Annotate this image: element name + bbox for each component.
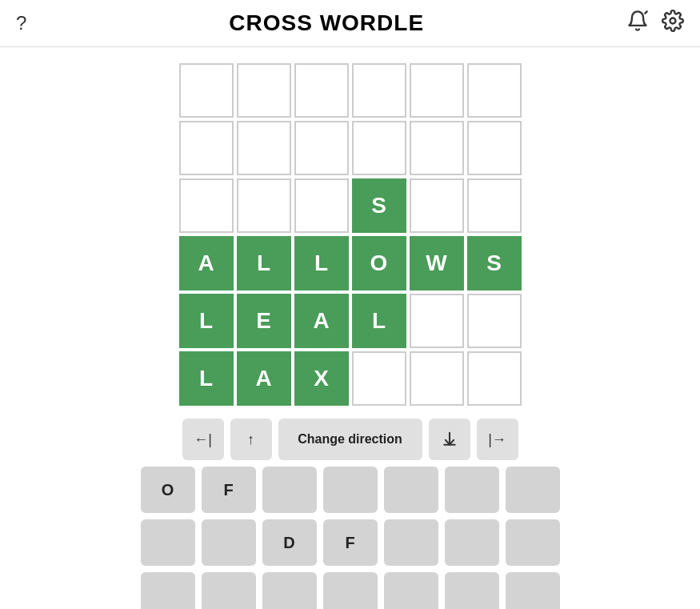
key-empty-1[interactable]	[262, 467, 317, 513]
cell-2-4[interactable]	[410, 178, 464, 233]
key-empty-4[interactable]	[445, 467, 499, 513]
key-empty-14[interactable]	[323, 572, 378, 609]
keyboard-section: ←| ↑ Change direction |→ O F	[0, 419, 700, 609]
key-empty-17[interactable]	[506, 572, 560, 609]
cell-3-3[interactable]: O	[352, 236, 406, 290]
cell-1-4[interactable]	[410, 121, 464, 175]
svg-line-0	[645, 11, 646, 13]
change-direction-button[interactable]: Change direction	[278, 419, 422, 460]
cell-4-4[interactable]	[410, 294, 464, 348]
key-empty-15[interactable]	[384, 572, 438, 609]
right-arrow-button[interactable]: |→	[477, 419, 518, 460]
svg-point-1	[670, 18, 675, 24]
cell-3-5[interactable]: S	[467, 236, 522, 290]
key-empty-13[interactable]	[262, 572, 317, 609]
cell-0-0[interactable]	[179, 63, 234, 118]
key-empty-12[interactable]	[202, 572, 256, 609]
cell-2-0[interactable]	[179, 178, 234, 233]
cell-5-5[interactable]	[467, 351, 522, 406]
key-empty-9[interactable]	[445, 519, 499, 566]
cell-1-5[interactable]	[467, 121, 522, 175]
cell-0-2[interactable]	[294, 63, 349, 118]
cell-3-1[interactable]: L	[237, 236, 291, 290]
settings-icon[interactable]	[662, 10, 684, 37]
cell-5-4[interactable]	[410, 351, 464, 406]
key-D[interactable]: D	[262, 519, 317, 566]
cell-2-1[interactable]	[237, 178, 291, 233]
cell-0-4[interactable]	[410, 63, 464, 118]
cell-3-4[interactable]: W	[410, 236, 464, 290]
cell-2-5[interactable]	[467, 178, 522, 233]
direction-row: ←| ↑ Change direction |→	[182, 419, 518, 460]
cell-4-2[interactable]: A	[294, 294, 349, 348]
game-grid: SALLOWSLEALLAX	[179, 63, 522, 406]
cell-5-1[interactable]: A	[237, 351, 291, 406]
cell-0-1[interactable]	[237, 63, 291, 118]
cell-4-0[interactable]: L	[179, 294, 234, 348]
key-empty-3[interactable]	[384, 467, 438, 513]
key-F[interactable]: F	[202, 467, 256, 513]
cell-5-3[interactable]	[352, 351, 406, 406]
cell-0-3[interactable]	[352, 63, 406, 118]
bell-icon[interactable]	[626, 10, 649, 37]
key-empty-16[interactable]	[445, 572, 499, 609]
cell-4-3[interactable]: L	[352, 294, 406, 348]
cell-4-5[interactable]	[467, 294, 522, 348]
cell-5-2[interactable]: X	[294, 351, 349, 406]
app-header: ? CROSS WORDLE	[0, 0, 700, 47]
app-title: CROSS WORDLE	[229, 10, 424, 36]
game-area: SALLOWSLEALLAX ←| ↑ Change direction |→ …	[0, 47, 700, 609]
key-empty-6[interactable]	[141, 519, 195, 566]
cell-3-2[interactable]: L	[294, 236, 349, 290]
cell-4-1[interactable]: E	[237, 294, 291, 348]
keyboard-row-2: D F	[141, 519, 560, 566]
help-icon[interactable]: ?	[16, 12, 26, 34]
key-empty-10[interactable]	[506, 519, 560, 566]
key-empty-7[interactable]	[202, 519, 256, 566]
up-arrow-button[interactable]: ↑	[230, 419, 272, 460]
down-arrow-button[interactable]	[429, 419, 470, 460]
keyboard-row-1: O F	[141, 467, 560, 513]
key-empty-11[interactable]	[141, 572, 195, 609]
cell-2-3[interactable]: S	[352, 178, 406, 233]
cell-0-5[interactable]	[467, 63, 522, 118]
cell-1-3[interactable]	[352, 121, 406, 175]
cell-1-1[interactable]	[237, 121, 291, 175]
cell-1-0[interactable]	[179, 121, 234, 175]
key-empty-2[interactable]	[323, 467, 378, 513]
keyboard-row-3	[141, 572, 560, 609]
key-F2[interactable]: F	[323, 519, 378, 566]
cell-1-2[interactable]	[294, 121, 349, 175]
key-empty-5[interactable]	[506, 467, 560, 513]
cell-3-0[interactable]: A	[179, 236, 234, 290]
header-actions	[626, 10, 684, 37]
cell-2-2[interactable]	[294, 178, 349, 233]
left-arrow-button[interactable]: ←|	[182, 419, 224, 460]
cell-5-0[interactable]: L	[179, 351, 234, 406]
key-O[interactable]: O	[141, 467, 195, 513]
key-empty-8[interactable]	[384, 519, 438, 566]
